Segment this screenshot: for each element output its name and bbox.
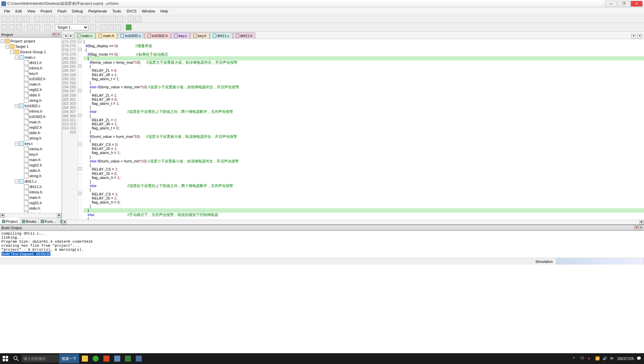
panel-close-button[interactable]: ✕ bbox=[56, 33, 60, 37]
fold-toggle[interactable]: - bbox=[78, 64, 82, 67]
scroll-left-button[interactable]: ◄ bbox=[0, 213, 5, 218]
menu-view[interactable]: View bbox=[25, 8, 38, 14]
fold-toggle[interactable]: - bbox=[78, 143, 82, 146]
tree-file-lcd1602.c[interactable]: -lcd1602.c bbox=[1, 103, 61, 109]
tree-header-key.h[interactable]: key.h bbox=[1, 71, 61, 76]
tree-header-string.h[interactable]: string.h bbox=[1, 173, 61, 179]
tree-header-main.h[interactable]: main.h bbox=[1, 82, 61, 87]
bookmark-next-button[interactable] bbox=[110, 16, 116, 22]
bookmark-prev-button[interactable] bbox=[102, 16, 108, 22]
editor-tab-main-c[interactable]: main.c bbox=[74, 32, 95, 39]
fold-toggle[interactable]: - bbox=[78, 192, 82, 195]
fold-toggle[interactable]: - bbox=[78, 89, 82, 92]
minimize-button[interactable]: — bbox=[605, 1, 617, 7]
tree-header-main.h[interactable]: main.h bbox=[1, 195, 61, 200]
taskbar-clock[interactable]: 2022/7/25 bbox=[617, 357, 634, 361]
file-ext-button[interactable] bbox=[108, 24, 114, 30]
build-button[interactable] bbox=[9, 24, 15, 30]
tree-header-reg52.h[interactable]: reg52.h bbox=[1, 200, 61, 206]
taskbar-app-keil[interactable] bbox=[112, 354, 123, 363]
menu-tools[interactable]: Tools bbox=[110, 8, 124, 14]
start-button[interactable] bbox=[0, 353, 11, 364]
menu-window[interactable]: Window bbox=[139, 8, 158, 14]
scroll-track[interactable] bbox=[5, 213, 57, 218]
redo-button[interactable] bbox=[67, 16, 73, 22]
tab-nav-next[interactable]: ► bbox=[69, 34, 73, 39]
build-close-button[interactable]: ✕ bbox=[639, 226, 643, 230]
tree-header-main.h[interactable]: main.h bbox=[1, 157, 61, 162]
project-tab-func[interactable]: Func... bbox=[39, 218, 59, 224]
editor-scroll-right[interactable]: ► bbox=[639, 220, 644, 224]
tree-toggle[interactable]: - bbox=[1, 39, 4, 43]
cut-button[interactable] bbox=[34, 16, 40, 22]
tree-header-intrins.h[interactable]: intrins.h bbox=[1, 109, 61, 114]
stop-build-button[interactable] bbox=[34, 24, 40, 30]
tree-header-main.h[interactable]: main.h bbox=[1, 119, 61, 125]
editor-tab-lcd1602-h[interactable]: lcd1602.h bbox=[144, 32, 171, 39]
menu-file[interactable]: File bbox=[1, 8, 13, 14]
tree-file-dht11.c[interactable]: -dht11.c bbox=[1, 179, 61, 184]
tree-toggle[interactable]: - bbox=[15, 104, 19, 108]
menu-svcs[interactable]: SVCS bbox=[124, 8, 139, 14]
search-icon[interactable] bbox=[11, 353, 22, 364]
tree-header-stdio.h[interactable]: stdio.h bbox=[1, 130, 61, 135]
tray-notifications-icon[interactable]: 💬 bbox=[637, 356, 641, 361]
tree-header-lcd1602.h[interactable]: lcd1602.h bbox=[1, 76, 61, 82]
tray-ime-icon[interactable]: 中 bbox=[610, 356, 615, 361]
code-content[interactable]: { if(flag_display == 0) //测量界面 { if(flag… bbox=[82, 39, 644, 220]
tree-header-lcd1602.h[interactable]: lcd1602.h bbox=[1, 114, 61, 119]
paste-button[interactable] bbox=[49, 16, 55, 22]
taskbar-search-pill[interactable]: 搜索一下 bbox=[59, 354, 79, 363]
editor-tab-dht11-c[interactable]: dht11.c bbox=[210, 32, 232, 39]
rebuild-button[interactable] bbox=[16, 24, 22, 30]
editor-tab-lcd1602-c[interactable]: lcd1602.c bbox=[118, 32, 144, 39]
tree-file-key.c[interactable]: -key.c bbox=[1, 141, 61, 146]
menu-debug[interactable]: Debug bbox=[69, 8, 86, 14]
code-editor[interactable]: 272 273 274 275 276 277 278 279 280 281 … bbox=[62, 39, 644, 220]
copy-button[interactable] bbox=[41, 16, 47, 22]
editor-tab-key-c[interactable]: key.c bbox=[171, 32, 190, 39]
project-tree[interactable]: -Project: project-Target 1-Source Group … bbox=[0, 38, 62, 213]
editor-hscroll[interactable]: ◄ ► bbox=[62, 220, 644, 224]
tree-toggle[interactable]: - bbox=[15, 142, 19, 146]
translate-button[interactable] bbox=[1, 24, 7, 30]
editor-tab-main-h[interactable]: main.h bbox=[96, 32, 117, 39]
outdent-button[interactable] bbox=[135, 16, 141, 22]
build-output-text[interactable]: compiling dht11.c... linking... Program … bbox=[0, 231, 644, 258]
nav-back-button[interactable] bbox=[77, 16, 83, 22]
fold-toggle[interactable]: - bbox=[78, 48, 82, 51]
batch-build-button[interactable] bbox=[27, 24, 33, 30]
menu-flash[interactable]: Flash bbox=[55, 8, 69, 14]
bookmark-clear-button[interactable] bbox=[117, 16, 123, 22]
new-file-button[interactable] bbox=[1, 16, 7, 22]
books-button[interactable] bbox=[115, 24, 121, 30]
tree-file-main.c[interactable]: -main.c bbox=[1, 55, 61, 60]
tree-root[interactable]: -Project: project bbox=[1, 38, 61, 44]
debug-button[interactable] bbox=[126, 24, 132, 30]
save-all-button[interactable] bbox=[24, 16, 30, 22]
tree-header-string.h[interactable]: string.h bbox=[1, 135, 61, 141]
target-select[interactable]: Target 1 bbox=[55, 24, 89, 30]
tab-nav-prev[interactable]: ◄ bbox=[63, 34, 68, 39]
save-button[interactable] bbox=[16, 16, 22, 22]
fold-toggle[interactable]: - bbox=[78, 167, 82, 170]
editor-tab-key-h[interactable]: key.h bbox=[190, 32, 209, 39]
scroll-right-button[interactable]: ► bbox=[57, 213, 62, 218]
undo-button[interactable] bbox=[59, 16, 65, 22]
tree-header-intrins.h[interactable]: intrins.h bbox=[1, 146, 61, 152]
tree-header-stdio.h[interactable]: stdio.h bbox=[1, 206, 61, 211]
tray-shield-icon[interactable]: 🛡 bbox=[580, 356, 585, 361]
tree-header-dht11.h[interactable]: dht11.h bbox=[1, 184, 61, 189]
menu-help[interactable]: Help bbox=[158, 8, 171, 14]
tree-header-dht11.h[interactable]: dht11.h bbox=[1, 60, 61, 65]
tray-record-icon[interactable]: ● bbox=[588, 356, 592, 361]
taskbar-app-ppt[interactable] bbox=[101, 354, 112, 363]
tree-target[interactable]: -Target 1 bbox=[1, 44, 61, 49]
panel-pin-button[interactable]: 📌 bbox=[52, 33, 56, 37]
tree-header-string.h[interactable]: string.h bbox=[1, 98, 61, 103]
menu-peripherals[interactable]: Peripherals bbox=[86, 8, 110, 14]
editor-scroll-track[interactable] bbox=[67, 220, 639, 224]
tree-header-stdio.h[interactable]: stdio.h bbox=[1, 168, 61, 173]
tree-hscroll[interactable]: ◄ ► bbox=[0, 213, 62, 218]
tree-toggle[interactable]: - bbox=[10, 50, 14, 54]
